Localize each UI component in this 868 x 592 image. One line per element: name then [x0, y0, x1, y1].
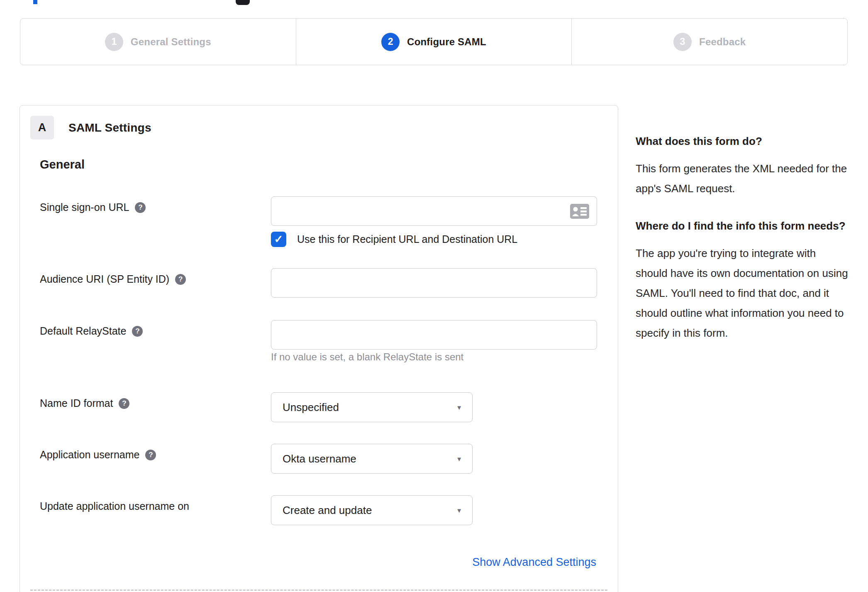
step-feedback[interactable]: 3 Feedback — [571, 19, 847, 65]
sso-url-label-text: Single sign-on URL — [40, 201, 129, 213]
name-id-help-icon[interactable]: ? — [119, 398, 129, 409]
panel-title: SAML Settings — [68, 116, 151, 139]
cutoff-blue-tab-indicator — [33, 0, 37, 4]
wizard-step-bar: 1 General Settings 2 Configure SAML 3 Fe… — [20, 18, 848, 65]
app-username-select[interactable]: Okta username ▼ — [271, 444, 473, 474]
help-sidebar: What does this form do? This form genera… — [636, 132, 849, 343]
saml-settings-panel: A SAML Settings General Single sign-on U… — [20, 105, 618, 592]
update-username-label: Update application username on — [40, 500, 189, 512]
sso-url-label: Single sign-on URL ? — [40, 201, 146, 213]
app-username-label-text: Application username — [40, 449, 139, 461]
chevron-down-icon: ▼ — [456, 455, 462, 462]
sidebar-para-where: The app you're trying to integrate with … — [636, 243, 849, 343]
sidebar-heading-what: What does this form do? — [636, 132, 849, 150]
step-3-circle: 3 — [673, 33, 692, 51]
chevron-down-icon: ▼ — [456, 404, 462, 411]
audience-uri-label: Audience URI (SP Entity ID) ? — [40, 273, 186, 285]
step-3-label: Feedback — [699, 36, 746, 48]
sso-url-input-wrap — [271, 196, 597, 226]
general-section-title: General — [40, 158, 85, 171]
app-username-label: Application username ? — [40, 449, 156, 461]
chevron-down-icon: ▼ — [456, 507, 462, 514]
audience-help-icon[interactable]: ? — [175, 274, 186, 285]
step-2-circle: 2 — [381, 33, 400, 51]
sso-help-icon[interactable]: ? — [135, 202, 146, 213]
step-1-label: General Settings — [131, 36, 211, 48]
update-username-label-text: Update application username on — [40, 500, 189, 512]
relaystate-label: Default RelayState ? — [40, 325, 143, 337]
relaystate-input[interactable] — [271, 320, 597, 350]
name-id-format-label: Name ID format ? — [40, 397, 129, 409]
name-id-format-value: Unspecified — [283, 401, 339, 414]
recipient-url-checkbox-row: ✓ Use this for Recipient URL and Destina… — [271, 232, 517, 247]
app-username-value: Okta username — [283, 453, 356, 465]
relaystate-hint: If no value is set, a blank RelayState i… — [271, 351, 463, 363]
contact-card-icon[interactable] — [570, 203, 590, 219]
sidebar-heading-where: Where do I find the info this form needs… — [636, 217, 849, 235]
section-a-badge: A — [30, 116, 54, 139]
sidebar-para-what: This form generates the XML needed for t… — [636, 159, 849, 198]
section-dotted-divider — [30, 590, 607, 591]
show-advanced-settings-link[interactable]: Show Advanced Settings — [472, 556, 596, 569]
step-configure-saml[interactable]: 2 Configure SAML — [296, 19, 572, 65]
app-username-help-icon[interactable]: ? — [145, 450, 156, 460]
step-general-settings[interactable]: 1 General Settings — [20, 19, 296, 65]
step-1-circle: 1 — [105, 33, 123, 51]
name-id-format-select[interactable]: Unspecified ▼ — [271, 392, 473, 422]
relaystate-label-text: Default RelayState — [40, 325, 126, 337]
relaystate-help-icon[interactable]: ? — [132, 326, 143, 337]
step-2-label: Configure SAML — [407, 36, 486, 48]
relaystate-input-wrap — [271, 320, 597, 350]
name-id-format-label-text: Name ID format — [40, 397, 113, 409]
recipient-url-checkbox-label: Use this for Recipient URL and Destinati… — [297, 233, 517, 245]
update-username-select[interactable]: Create and update ▼ — [271, 495, 473, 525]
update-username-value: Create and update — [283, 504, 372, 517]
cutoff-logo-remnant — [236, 0, 250, 5]
audience-uri-input-wrap — [271, 268, 597, 298]
audience-uri-input[interactable] — [271, 268, 597, 298]
recipient-url-checkbox[interactable]: ✓ — [271, 232, 286, 247]
sso-url-input[interactable] — [271, 196, 597, 226]
audience-uri-label-text: Audience URI (SP Entity ID) — [40, 273, 169, 285]
